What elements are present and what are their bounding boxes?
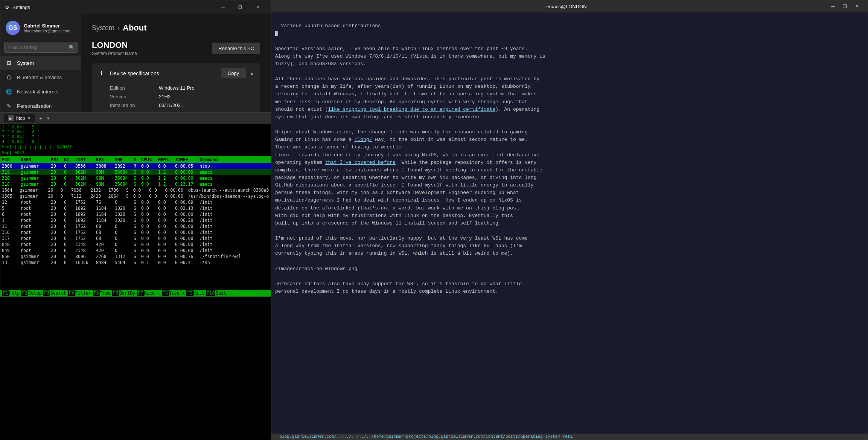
cursor-bar: [275, 31, 278, 36]
search-input[interactable]: [4, 42, 78, 53]
col-header-pid: PID: [2, 157, 21, 162]
htop-tab-label: htop: [16, 116, 25, 121]
titlebar-controls: — ❐ ✕: [214, 0, 266, 14]
close-button[interactable]: ✕: [249, 0, 266, 14]
user-info: Gabriel Simmer bladesimmer@gmail.com: [24, 23, 70, 33]
htop-process-row: 316 root 20 0 1752 68 0 S 0.0 0.0 0:00.0…: [0, 229, 271, 235]
sidebar-item-network[interactable]: 🌐 Network & internet: [0, 84, 81, 99]
emacs-titlebar-controls: — ❐ ✕: [827, 1, 863, 12]
col-header-ni: NI: [64, 157, 75, 162]
htop-meter-2: 2 [ 0.0%]: [2, 130, 24, 134]
user-name: Gabriel Simmer: [24, 23, 70, 29]
device-spec-title: Device specifications: [110, 70, 159, 76]
spec-value-version: 21H2: [159, 94, 171, 99]
system-icon: ⊞: [6, 60, 12, 66]
spec-row-installed: Installed on 03/11/2021: [110, 101, 254, 110]
spec-label-version: Version: [110, 94, 159, 99]
htop-process-row: 1 root 20 0 1892 1184 1020 S 0.0 0.0 0:0…: [0, 217, 271, 223]
htop-footer-f3[interactable]: F3Search: [43, 290, 68, 296]
breadcrumb: System › About: [92, 23, 260, 33]
htop-process-row: 317 root 20 0 1752 68 0 S 0.0 0.0 0:00.0…: [0, 235, 271, 241]
col-header-cmd: Command: [199, 157, 218, 162]
sidebar-label-bluetooth: Bluetooth & devices: [17, 75, 62, 80]
sidebar-item-system[interactable]: ⊞ System: [0, 56, 81, 70]
emacs-content[interactable]: - Various Ubuntu-based distributions Spe…: [271, 12, 868, 434]
htop-tab[interactable]: ▶ htop ✕: [4, 114, 35, 122]
col-header-time: TIME+: [175, 157, 199, 162]
htop-process-row: 12 root 20 0 1752 76 0 S 0.0 0.0 0:00.09…: [0, 199, 271, 205]
settings-titlebar-left: ⚙ Settings: [5, 5, 30, 10]
network-icon: 🌐: [6, 88, 12, 95]
emacs-para-1: Specific versions aside, I've been able …: [275, 46, 545, 295]
settings-window-title: Settings: [12, 5, 30, 10]
htop-process-row: 850 gsimmer 20 0 8096 2768 1312 S 0.0 0.…: [0, 254, 271, 260]
sidebar-label-network: Network & internet: [17, 89, 59, 95]
htop-meter-1: 1 [ 0.0%]: [2, 125, 24, 130]
col-header-s: S: [134, 157, 141, 162]
emacs-close-button[interactable]: ✕: [851, 1, 863, 12]
rename-pc-button[interactable]: Rename this PC: [212, 43, 260, 54]
device-spec-header-right: Copy ▲: [221, 68, 254, 78]
pc-subtitle: System Product Name: [92, 51, 137, 56]
device-spec-header[interactable]: ℹ Device specifications Copy ▲: [92, 63, 260, 84]
htop-process-row: 318 gsimmer 20 0 302M 98M 36084 S 0.0 1.…: [0, 181, 271, 187]
minimize-button[interactable]: —: [214, 0, 231, 14]
htop-process-row: 320 gsimmer 20 0 302M 98M 36084 S 0.0 1.…: [0, 175, 271, 181]
htop-tab-close-button[interactable]: ✕: [27, 116, 31, 121]
htop-window: ▶ htop ✕ + ▾ 1 [ 0.0%] 5 [ 2 [ 0.0%] 6 [: [0, 112, 271, 297]
search-icon: 🔍: [69, 45, 75, 50]
col-header-virt: VIRT: [75, 157, 96, 162]
user-profile[interactable]: GS Gabriel Simmer bladesimmer@gmail.com: [0, 17, 81, 39]
htop-body: 1 [ 0.0%] 5 [ 2 [ 0.0%] 6 [ 3 [ 0.0%] 7 …: [0, 124, 271, 296]
htop-tab-icon: ▶: [8, 115, 14, 121]
col-header-shr: SHR: [115, 157, 134, 162]
maximize-button[interactable]: ❐: [231, 0, 249, 14]
spec-label-installed: Installed on: [110, 102, 159, 108]
sidebar-label-system: System: [17, 60, 34, 66]
htop-footer-f5[interactable]: F5Tree: [93, 290, 112, 296]
htop-process-row: 2300 gsimmer 20 0 8556 3808 2892 R 0.0 0…: [0, 163, 271, 169]
htop-footer-f2[interactable]: F2Setup: [21, 290, 43, 296]
htop-footer-f4[interactable]: F4Filter: [68, 290, 93, 296]
avatar-initials: GS: [8, 24, 17, 31]
search-box: 🔍: [4, 42, 78, 53]
htop-process-row: 1564 gsimmer 20 0 7036 2132 1736 S 0.0 0…: [0, 187, 271, 193]
htop-process-row: 849 root 20 0 2348 420 0 S 0.0 0.0 0:00.…: [0, 248, 271, 254]
spec-row-version: Version 21H2: [110, 92, 254, 101]
device-spec-icon: ℹ: [98, 70, 105, 77]
htop-footer-f7[interactable]: F7Nice -: [137, 290, 162, 296]
htop-process-row: 5 root 20 0 1892 1184 1020 S 0.0 0.0 0:0…: [0, 205, 271, 211]
htop-meter-7: 7 [: [32, 134, 40, 139]
htop-footer-f9[interactable]: F9Kill: [186, 290, 206, 296]
htop-footer-f8[interactable]: F8Nice +: [162, 290, 187, 296]
htop-footer-f10[interactable]: F10Quit: [206, 290, 228, 296]
htop-meters: 1 [ 0.0%] 5 [ 2 [ 0.0%] 6 [ 3 [ 0.0%] 7 …: [0, 124, 271, 156]
spec-value-edition: Windows 11 Pro: [159, 85, 195, 91]
sidebar-item-bluetooth[interactable]: ⬡ Bluetooth & devices: [0, 70, 81, 84]
cursor-line: - Various Ubuntu-based distributions: [275, 23, 381, 29]
spec-value-installed: 03/11/2021: [159, 102, 183, 108]
personalisation-icon: ✎: [6, 102, 12, 109]
col-header-cpu: CPU%: [141, 157, 158, 162]
htop-process-row: 319 gsimmer 20 0 302M 98M 36084 S 0.0 1.…: [0, 169, 271, 175]
htop-swp-bar: Swp[ 0K/2.: [2, 150, 269, 156]
sidebar-item-personalisation[interactable]: ✎ Personalisation: [0, 99, 81, 113]
pc-name-info: LONDON System Product Name: [92, 40, 137, 56]
emacs-status-path: blog.gabrielsimmer.com/../../../../../ho…: [279, 434, 573, 439]
emacs-minimize-button[interactable]: —: [827, 1, 839, 12]
htop-footer-f6[interactable]: F6SortBy: [112, 290, 137, 296]
breadcrumb-parent[interactable]: System: [92, 24, 114, 32]
htop-title-left: ▶ htop ✕ + ▾: [4, 114, 49, 122]
htop-meter-6: 6 [: [32, 130, 40, 134]
user-email: bladesimmer@gmail.com: [24, 29, 70, 33]
emacs-maximize-button[interactable]: ❐: [839, 1, 851, 12]
col-header-pri: PRI: [51, 157, 64, 162]
emacs-status-bar: ← blog.gabrielsimmer.com/../../../../../…: [271, 434, 868, 440]
spec-label-edition: Edition: [110, 85, 159, 91]
htop-process-header: PID USER PRI NI VIRT RES SHR S CPU% MEM%…: [0, 156, 271, 163]
device-copy-button[interactable]: Copy: [221, 68, 246, 78]
htop-new-tab-button[interactable]: +: [39, 115, 42, 121]
htop-footer-f1[interactable]: F1Help: [2, 290, 21, 296]
htop-tab-dropdown[interactable]: ▾: [47, 116, 49, 121]
settings-gear-icon: ⚙: [5, 5, 9, 10]
